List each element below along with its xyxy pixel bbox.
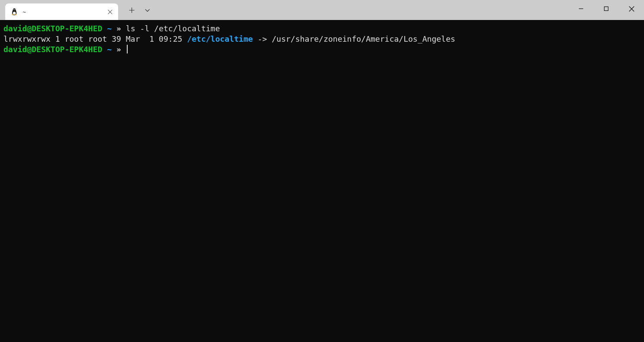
title-bar: ~ xyxy=(0,0,644,20)
svg-point-1 xyxy=(13,12,16,15)
minimize-button[interactable] xyxy=(568,0,594,17)
maximize-button[interactable] xyxy=(594,0,619,17)
terminal-segment: david@DESKTOP-EPK4HED xyxy=(3,45,102,54)
terminal-segment: ~ xyxy=(107,45,112,54)
svg-point-4 xyxy=(13,10,14,10)
tab-title: ~ xyxy=(23,9,102,15)
terminal-segment: /etc/localtime xyxy=(187,34,253,43)
terminal-segment xyxy=(121,45,126,54)
tab-dropdown-button[interactable] xyxy=(141,3,154,17)
terminal-line: david@DESKTOP-EPK4HED ~ » xyxy=(3,44,641,55)
terminal-segment: ~ xyxy=(107,24,112,33)
cursor xyxy=(127,45,128,53)
tab-close-button[interactable] xyxy=(106,8,114,16)
tab-controls xyxy=(118,0,154,20)
svg-rect-6 xyxy=(604,7,608,11)
terminal-line: lrwxrwxrwx 1 root root 39 Mar 1 09:25 /e… xyxy=(3,34,641,44)
terminal-segment: -> /usr/share/zoneinfo/America/Los_Angel… xyxy=(253,34,455,43)
new-tab-button[interactable] xyxy=(125,3,138,17)
terminal-segment: » xyxy=(116,24,121,33)
tab[interactable]: ~ xyxy=(5,3,118,20)
terminal-line: david@DESKTOP-EPK4HED ~ » ls -l /etc/loc… xyxy=(3,23,641,34)
terminal-segment xyxy=(121,24,126,33)
terminal-window: ~ xyxy=(0,0,644,342)
terminal-segment xyxy=(102,24,107,33)
terminal-segment xyxy=(112,45,116,54)
terminal-segment: david@DESKTOP-EPK4HED xyxy=(3,24,102,33)
terminal-segment: ls -l /etc/localtime xyxy=(126,24,220,33)
close-button[interactable] xyxy=(619,0,644,17)
window-controls xyxy=(568,0,644,17)
terminal-segment: » xyxy=(116,45,121,54)
svg-point-5 xyxy=(15,10,15,10)
terminal-segment xyxy=(102,45,107,54)
tux-icon xyxy=(10,8,18,16)
terminal-segment xyxy=(112,24,116,33)
terminal-body[interactable]: david@DESKTOP-EPK4HED ~ » ls -l /etc/loc… xyxy=(0,20,644,342)
terminal-segment: lrwxrwxrwx 1 root root 39 Mar 1 09:25 xyxy=(3,34,187,43)
